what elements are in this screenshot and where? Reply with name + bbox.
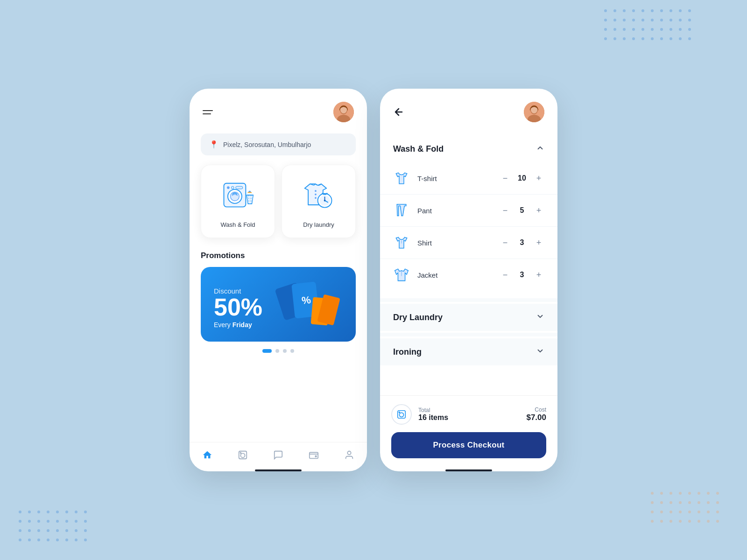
bottom-nav <box>190 442 367 464</box>
wash-fold-title: Wash & Fold <box>393 144 444 154</box>
jacket-minus[interactable]: − <box>500 269 511 280</box>
home-indicator-2 <box>445 469 492 471</box>
process-checkout-button[interactable]: Process Checkout <box>391 432 546 458</box>
svg-point-13 <box>315 194 317 196</box>
pagination-dots <box>190 349 367 353</box>
home-header <box>190 89 367 130</box>
dry-laundry-header[interactable]: Dry Laundry <box>380 304 557 331</box>
nav-home[interactable] <box>202 450 212 460</box>
shirt-qty: 3 <box>517 238 527 247</box>
cost-label: Cost <box>526 406 546 413</box>
promo-sub: Every Friday <box>214 321 262 329</box>
nav-wallet[interactable] <box>309 450 319 460</box>
svg-point-30 <box>315 455 317 457</box>
cost-value: $7.00 <box>526 413 546 422</box>
pant-name: Pant <box>417 207 492 215</box>
total-right: Cost $7.00 <box>526 406 546 422</box>
phones-wrapper: 📍 Pixelz, Sorosutan, Umbulharjo <box>190 89 557 471</box>
nav-laundry[interactable] <box>238 450 248 460</box>
total-row: Total 16 items Cost $7.00 <box>391 404 546 425</box>
back-button[interactable] <box>393 106 404 118</box>
ironing-header[interactable]: Ironing <box>380 338 557 365</box>
svg-point-7 <box>227 186 230 189</box>
svg-point-28 <box>240 453 241 454</box>
services-row: Wash & Fold <box>190 165 367 238</box>
service-label-dry: Dry laundry <box>303 221 334 228</box>
promo-graphic: % <box>270 278 345 334</box>
dry-laundry-title: Dry Laundry <box>393 313 443 322</box>
chevron-down-icon-2 <box>536 347 544 357</box>
promo-text: Discount 50% Every Friday <box>214 287 262 329</box>
svg-point-12 <box>315 190 317 192</box>
total-label: Total <box>418 407 448 413</box>
item-jacket: Jacket − 3 + <box>380 261 557 289</box>
pant-minus[interactable]: − <box>500 205 511 216</box>
section-wash-fold: Wash & Fold <box>380 135 557 296</box>
chevron-down-icon <box>536 312 544 322</box>
service-label-wash-fold: Wash & Fold <box>221 221 255 228</box>
ironing-title: Ironing <box>393 347 422 357</box>
service-card-dry-laundry[interactable]: Dry laundry <box>282 165 356 238</box>
section-ironing: Ironing <box>380 338 557 365</box>
divider <box>380 194 557 195</box>
chevron-up-icon <box>536 144 544 154</box>
promo-percent: 50% <box>214 295 262 319</box>
nav-profile[interactable] <box>344 450 354 460</box>
svg-point-19 <box>324 200 326 202</box>
item-shirt: Shirt − 3 + <box>380 229 557 257</box>
tshirt-plus[interactable]: + <box>533 173 544 184</box>
total-items: 16 items <box>418 413 448 422</box>
total-info: Total 16 items <box>418 407 448 422</box>
wash-fold-header[interactable]: Wash & Fold <box>380 135 557 162</box>
svg-rect-20 <box>323 194 326 195</box>
svg-point-39 <box>399 413 403 417</box>
page-dot-3[interactable] <box>283 349 287 353</box>
svg-point-14 <box>315 197 317 199</box>
home-indicator <box>255 469 302 471</box>
pant-qty: 5 <box>517 206 527 215</box>
item-tshirt: T-shirt − 10 + <box>380 164 557 192</box>
svg-point-8 <box>231 186 234 189</box>
total-left: Total 16 items <box>391 404 448 425</box>
tshirt-qty: 10 <box>517 174 527 182</box>
jacket-qty: 3 <box>517 271 527 279</box>
jacket-plus[interactable]: + <box>533 269 544 280</box>
checkout-footer: Total 16 items Cost $7.00 Process Checko… <box>380 395 557 464</box>
jacket-name: Jacket <box>417 271 492 279</box>
phone-checkout: Wash & Fold <box>380 89 557 471</box>
location-bar[interactable]: 📍 Pixelz, Sorosutan, Umbulharjo <box>201 133 356 155</box>
avatar[interactable] <box>333 102 354 122</box>
tshirt-icon <box>393 170 410 187</box>
page-dot-2[interactable] <box>275 349 279 353</box>
pant-plus[interactable]: + <box>533 205 544 216</box>
divider <box>380 259 557 259</box>
promo-card[interactable]: Discount 50% Every Friday % <box>201 267 356 342</box>
page-dot-1[interactable] <box>262 349 272 353</box>
jacket-icon <box>393 266 410 283</box>
location-text: Pixelz, Sorosutan, Umbulharjo <box>223 141 311 148</box>
promo-label: Discount <box>214 287 262 295</box>
shirt-plus[interactable]: + <box>533 237 544 248</box>
svg-point-27 <box>240 453 245 457</box>
location-pin-icon: 📍 <box>209 140 218 149</box>
tshirt-qty-controls: − 10 + <box>500 173 544 184</box>
phone-home: 📍 Pixelz, Sorosutan, Umbulharjo <box>190 89 367 471</box>
laundry-icon <box>391 404 412 425</box>
svg-text:%: % <box>301 294 311 307</box>
service-card-wash-fold[interactable]: Wash & Fold <box>201 165 275 238</box>
section-dry-laundry: Dry Laundry <box>380 304 557 331</box>
tshirt-minus[interactable]: − <box>500 173 511 184</box>
pant-icon <box>393 202 410 219</box>
divider <box>380 226 557 227</box>
svg-rect-29 <box>310 453 318 459</box>
shirt-qty-controls: − 3 + <box>500 237 544 248</box>
page-dot-4[interactable] <box>290 349 294 353</box>
menu-button[interactable] <box>203 110 213 114</box>
accordion: Wash & Fold <box>380 130 557 395</box>
svg-rect-9 <box>236 186 243 189</box>
avatar-checkout[interactable] <box>524 102 544 122</box>
shirt-name: Shirt <box>417 239 492 247</box>
shirt-minus[interactable]: − <box>500 237 511 248</box>
nav-chat[interactable] <box>273 450 283 460</box>
section-divider2 <box>380 333 557 336</box>
